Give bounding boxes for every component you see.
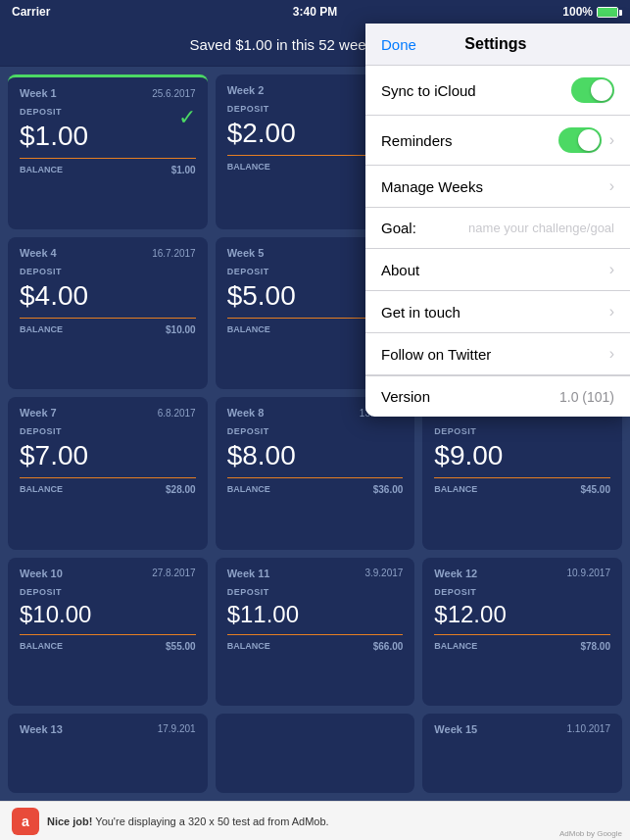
week-1-balance: $1.00 xyxy=(171,165,196,175)
balance-divider-7 xyxy=(20,477,196,478)
week-card-15[interactable]: Week 15 1.10.2017 xyxy=(422,714,622,793)
week-card-1[interactable]: Week 1 25.6.2017 ✓ DEPOSIT $1.00 BALANCE… xyxy=(8,74,208,229)
week-5-label: Week 5 xyxy=(227,247,265,259)
balance-divider-11 xyxy=(227,634,404,635)
week-1-balance-label: BALANCE xyxy=(20,165,63,175)
week-4-date: 16.7.2017 xyxy=(152,248,196,259)
reminders-label: Reminders xyxy=(381,132,453,149)
admob-label: AdMob by Google xyxy=(559,829,622,838)
week-8-label: Week 8 xyxy=(227,407,265,419)
goal-row: Goal: name your challenge/goal xyxy=(365,208,630,249)
settings-done-button[interactable]: Done xyxy=(381,36,416,53)
week-4-balance: $10.00 xyxy=(166,324,196,335)
follow-twitter-row[interactable]: Follow on Twitter › xyxy=(365,333,630,375)
balance-divider-10 xyxy=(20,634,196,635)
week-5-balance-label: BALANCE xyxy=(227,324,270,334)
sync-icloud-label: Sync to iCloud xyxy=(381,82,476,99)
week-11-balance-label: BALANCE xyxy=(227,641,270,652)
week-card-12[interactable]: Week 12 10.9.2017 DEPOSIT $12.00 BALANCE… xyxy=(422,558,622,706)
week-10-date: 27.8.2017 xyxy=(152,568,196,578)
week-7-date: 6.8.2017 xyxy=(158,408,196,419)
manage-weeks-row[interactable]: Manage Weeks › xyxy=(365,166,630,208)
version-value: 1.0 (101) xyxy=(559,389,614,405)
status-bar: Carrier 3:40 PM 100% xyxy=(0,0,630,24)
week-12-date: 10.9.2017 xyxy=(567,568,611,578)
week-9-deposit-label: DEPOSIT xyxy=(434,426,610,436)
week-7-label: Week 7 xyxy=(20,407,57,419)
about-chevron-icon: › xyxy=(609,261,614,278)
week-1-deposit: $1.00 xyxy=(20,121,196,152)
week-12-deposit: $12.00 xyxy=(434,601,610,628)
reminders-right: › xyxy=(558,127,614,153)
week-11-date: 3.9.2017 xyxy=(364,568,403,578)
week-9-deposit: $9.00 xyxy=(434,440,610,471)
sync-toggle[interactable] xyxy=(571,77,614,103)
week-9-balance: $45.00 xyxy=(580,484,610,495)
reminders-chevron-icon: › xyxy=(609,131,614,149)
carrier-label: Carrier xyxy=(12,5,50,19)
settings-title: Settings xyxy=(464,35,526,53)
week-8-balance-label: BALANCE xyxy=(227,484,270,495)
time-label: 3:40 PM xyxy=(293,5,337,19)
about-label: About xyxy=(381,262,419,278)
version-label: Version xyxy=(381,388,430,405)
week-13-label: Week 13 xyxy=(20,723,63,735)
week-8-balance: $36.00 xyxy=(373,484,404,495)
week-8-deposit-label: DEPOSIT xyxy=(227,426,404,436)
week-13-date: 17.9.201 xyxy=(158,723,196,734)
week-10-balance: $55.00 xyxy=(166,641,196,652)
ad-body-text: You're displaying a 320 x 50 test ad fro… xyxy=(92,815,328,827)
get-in-touch-row[interactable]: Get in touch › xyxy=(365,291,630,333)
balance-divider xyxy=(20,158,196,159)
week-12-deposit-label: DEPOSIT xyxy=(434,587,610,597)
week-card-13[interactable]: Week 13 17.9.201 xyxy=(8,714,208,793)
week-8-deposit: $8.00 xyxy=(227,440,404,471)
settings-panel: Done Settings Sync to iCloud Reminders ›… xyxy=(365,24,630,417)
manage-weeks-chevron-icon: › xyxy=(609,177,614,195)
week-7-balance: $28.00 xyxy=(166,484,196,495)
week-11-balance: $66.00 xyxy=(373,641,404,652)
week-4-deposit-label: DEPOSIT xyxy=(20,267,196,276)
follow-twitter-chevron-icon: › xyxy=(609,345,614,363)
goal-label: Goal: xyxy=(381,220,416,236)
battery-icon xyxy=(597,7,618,18)
balance-divider-9 xyxy=(434,477,610,478)
balance-divider-4 xyxy=(20,318,196,319)
week-1-deposit-label: DEPOSIT xyxy=(20,107,196,117)
reminders-row: Reminders › xyxy=(365,116,630,166)
reminders-toggle-knob xyxy=(578,129,600,151)
sync-toggle-container xyxy=(571,77,614,103)
week-12-balance-label: BALANCE xyxy=(434,641,477,652)
goal-placeholder[interactable]: name your challenge/goal xyxy=(468,221,614,235)
checkmark-icon: ✓ xyxy=(178,105,196,130)
admob-icon: a xyxy=(12,808,39,835)
week-card-8[interactable]: Week 8 13.8.2017 DEPOSIT $8.00 BALANCE $… xyxy=(216,397,415,549)
week-9-balance-label: BALANCE xyxy=(434,484,477,495)
reminders-toggle[interactable] xyxy=(558,127,602,153)
week-10-deposit: $10.00 xyxy=(20,601,196,628)
sync-toggle-knob xyxy=(591,79,612,101)
week-card-11[interactable]: Week 11 3.9.2017 DEPOSIT $11.00 BALANCE … xyxy=(216,558,415,706)
week-10-label: Week 10 xyxy=(20,568,63,579)
week-card-9[interactable]: Week 9 20.8.2017 DEPOSIT $9.00 BALANCE $… xyxy=(422,397,622,549)
week-card-14[interactable] xyxy=(216,714,415,793)
week-2-balance-label: BALANCE xyxy=(227,162,270,172)
week-4-balance-label: BALANCE xyxy=(20,324,63,335)
balance-divider-12 xyxy=(434,634,610,635)
week-4-label: Week 4 xyxy=(20,247,57,259)
follow-twitter-label: Follow on Twitter xyxy=(381,346,491,363)
week-11-label: Week 11 xyxy=(227,568,270,579)
ad-banner: a Nice job! You're displaying a 320 x 50… xyxy=(0,801,630,840)
week-15-date: 1.10.2017 xyxy=(567,723,611,734)
week-card-7[interactable]: Week 7 6.8.2017 DEPOSIT $7.00 BALANCE $2… xyxy=(8,397,208,549)
week-2-label: Week 2 xyxy=(227,84,265,96)
week-7-deposit-label: DEPOSIT xyxy=(20,426,196,436)
version-row: Version 1.0 (101) xyxy=(365,375,630,417)
week-card-4[interactable]: Week 4 16.7.2017 DEPOSIT $4.00 BALANCE $… xyxy=(8,237,208,389)
about-row[interactable]: About › xyxy=(365,249,630,291)
sync-icloud-row: Sync to iCloud xyxy=(365,66,630,116)
get-in-touch-chevron-icon: › xyxy=(609,303,614,321)
week-card-10[interactable]: Week 10 27.8.2017 DEPOSIT $10.00 BALANCE… xyxy=(8,558,208,706)
week-15-label: Week 15 xyxy=(434,723,477,735)
get-in-touch-label: Get in touch xyxy=(381,304,460,321)
